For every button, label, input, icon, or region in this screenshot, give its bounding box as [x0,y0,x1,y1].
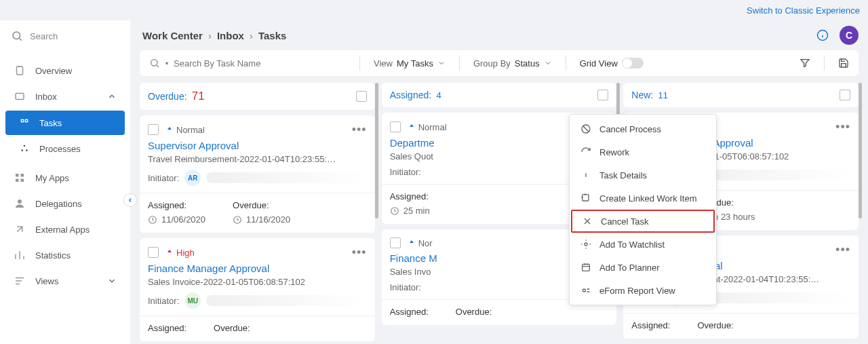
column-count: 4 [436,90,441,100]
sidebar-item-tasks[interactable]: Tasks [5,111,125,135]
toggle-switch[interactable] [622,58,644,69]
assigned-label: Assigned: [390,307,429,317]
card-menu-button[interactable]: ••• [352,246,367,259]
menu-cancel-task[interactable]: Cancel Task [571,210,715,233]
card-checkbox[interactable] [390,121,401,132]
info-icon [580,170,591,180]
svg-point-6 [21,149,23,151]
inbox-icon [14,90,26,102]
menu-cancel-process[interactable]: Cancel Process [570,117,716,140]
group-value: Status [515,58,540,69]
processes-icon [19,143,30,154]
tasks-icon [19,117,30,128]
overdue-value: In 23 hours [711,212,755,222]
sidebar-label-views: Views [35,276,98,286]
sidebar-label-tasks: Tasks [39,118,62,128]
menu-add-planner[interactable]: Add To Planner [570,256,716,279]
search-dropdown-icon[interactable]: ▾ [165,60,168,66]
cancel-task-icon [582,216,593,227]
view-label: View [374,58,393,69]
breadcrumb: Work Center › Inbox › Tasks [142,30,286,41]
filter-icon[interactable] [800,58,810,69]
svg-point-5 [24,145,26,147]
assigned-label: Assigned: [148,323,186,333]
sidebar-item-stats[interactable]: Statistics [0,242,130,268]
card-menu-button[interactable]: ••• [835,244,850,256]
card-menu-button[interactable]: ••• [835,121,850,133]
info-icon[interactable] [816,29,829,41]
sidebar-label-inbox: Inbox [35,92,98,102]
initiator-label: Initiator: [390,167,421,177]
user-avatar[interactable]: C [840,26,859,45]
assigned-label: Assigned: [390,191,430,202]
sidebar-item-delegations[interactable]: Delegations [0,191,130,216]
sidebar-item-inbox[interactable]: Inbox [0,83,130,109]
card-title[interactable]: Finance Manager Approval [148,263,367,274]
crumb-inbox[interactable]: Inbox [217,30,244,41]
card-menu-button[interactable]: ••• [352,123,367,136]
report-icon [580,285,591,296]
sidebar-item-processes[interactable]: Processes [0,136,130,161]
assigned-label: Assigned: [631,320,670,330]
view-select[interactable]: View My Tasks [374,58,446,69]
chevron-left-icon [127,197,134,204]
sidebar-item-overview[interactable]: Overview [0,58,130,83]
svg-rect-1 [17,66,23,75]
menu-add-watchlist[interactable]: Add To Watchlist [570,233,716,256]
svg-rect-20 [583,195,589,201]
grid-label: Grid View [580,58,618,69]
grid-view-toggle[interactable]: Grid View [580,58,644,69]
scrollbar[interactable] [859,83,862,218]
menu-rework[interactable]: Rework [570,140,716,164]
stats-icon [14,249,26,261]
group-select[interactable]: Group By Status [473,58,552,69]
sidebar-item-external[interactable]: External Apps [0,216,130,242]
group-label: Group By [473,58,511,69]
priority-badge: Normal [408,122,447,132]
menu-task-details[interactable]: Task Details [570,164,716,187]
task-card[interactable]: High ••• Finance Manager Approval Sales … [140,238,375,341]
overdue-label: Overdue: [214,323,250,333]
select-all-checkbox[interactable] [840,90,850,100]
card-checkbox[interactable] [148,124,159,135]
svg-rect-8 [16,174,19,177]
sidebar-search[interactable]: Search [0,20,130,52]
search-input[interactable] [174,58,346,69]
column-title: Overdue: [148,91,187,102]
list-icon [14,275,26,287]
menu-eform-report[interactable]: eForm Report View [570,279,716,302]
crumb-workcenter[interactable]: Work Center [142,30,203,41]
clock-icon [233,215,242,225]
kanban-board: Overdue: 71 Normal ••• Supervisor Approv… [137,83,861,341]
priority-badge: Nor [408,238,433,248]
overdue-value: 11/16/2020 [246,214,290,225]
priority-badge: Normal [165,125,205,135]
sidebar-item-myapps[interactable]: My Apps [0,165,130,191]
sidebar-label-myapps: My Apps [35,173,69,183]
svg-point-14 [151,60,157,66]
task-card[interactable]: Normal ••• Supervisor Approval Travel Re… [140,115,375,233]
save-icon[interactable] [838,58,849,69]
card-checkbox[interactable] [390,237,401,248]
svg-rect-2 [16,94,24,100]
chevron-down-icon [107,276,117,286]
select-all-checkbox[interactable] [356,91,367,102]
card-subtitle: Sales Invoice-2022-01-05T06:08:57:102 [148,277,367,287]
link-icon [580,193,591,204]
column-count: 11 [658,90,667,100]
clock-icon [390,206,399,216]
sidebar-item-views[interactable]: Views [0,268,130,294]
collapse-sidebar-button[interactable] [123,193,137,207]
initiator-name [206,295,366,306]
switch-classic-link[interactable]: Switch to Classic Experience [747,5,860,16]
column-count: 71 [192,90,205,102]
main-content: Work Center › Inbox › Tasks C ▾ View My … [130,20,868,344]
scrollbar[interactable] [375,83,378,218]
card-title[interactable]: Supervisor Approval [148,140,367,151]
initiator-avatar: AR [184,170,201,186]
card-subtitle: Travel Reimbursement-2022-01-04T10:23:55… [148,154,367,164]
card-checkbox[interactable] [148,247,159,258]
select-all-checkbox[interactable] [597,90,608,100]
search-icon [11,30,23,42]
menu-create-linked[interactable]: Create Linked Work Item [570,187,716,210]
